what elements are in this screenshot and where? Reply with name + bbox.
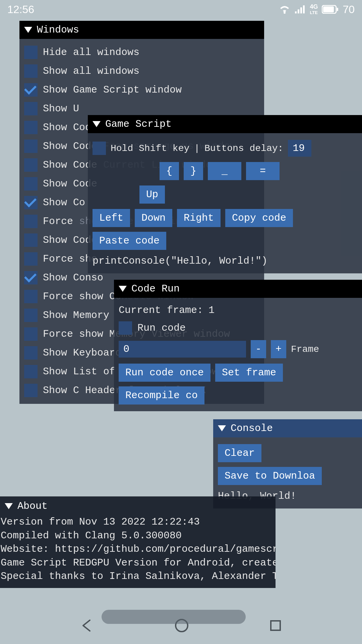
checkbox[interactable]	[24, 177, 38, 191]
collapse-icon[interactable]	[93, 121, 101, 127]
code-line[interactable]: printConsole("Hello, World!")	[93, 255, 267, 267]
game-script-title-label: Game Script	[105, 118, 172, 130]
checkbox[interactable]	[24, 196, 38, 209]
collapse-icon[interactable]	[119, 286, 127, 292]
game-script-panel: Game Script Hold Shift key | Buttons del…	[88, 115, 362, 273]
right-button[interactable]: Right	[177, 209, 221, 227]
battery-percent: 70	[343, 3, 355, 16]
down-button[interactable]: Down	[135, 209, 172, 227]
about-line: Website: https://github.com/procedural/g…	[1, 542, 275, 556]
status-bar: 12:56 4GLTE 70	[0, 0, 362, 19]
checkbox[interactable]	[24, 252, 38, 266]
svg-rect-4	[303, 5, 305, 13]
set-frame-button[interactable]: Set frame	[215, 364, 283, 382]
svg-rect-6	[323, 6, 334, 12]
current-frame-value: 1	[208, 305, 215, 316]
console-title[interactable]: Console	[213, 419, 362, 437]
network-type: 4GLTE	[310, 4, 318, 15]
up-button[interactable]: Up	[139, 185, 165, 204]
run-code-label: Run code	[137, 322, 186, 334]
svg-rect-9	[271, 621, 280, 630]
left-button[interactable]: Left	[93, 209, 130, 227]
status-icons: 4GLTE 70	[279, 3, 355, 16]
windows-title-label: Windows	[37, 24, 79, 36]
code-run-title-label: Code Run	[131, 283, 180, 294]
about-line: Special thanks to Irina Salnikova, Alexa…	[1, 570, 275, 583]
checkbox[interactable]	[24, 290, 38, 303]
svg-point-0	[284, 12, 286, 14]
windows-item-label: Show all windows	[43, 65, 139, 77]
separator: |	[194, 143, 200, 154]
android-nav-bar	[0, 607, 362, 644]
checkbox[interactable]	[24, 83, 38, 97]
checkbox[interactable]	[24, 384, 38, 397]
brace-close-button[interactable]: }	[184, 162, 203, 180]
checkbox[interactable]	[24, 102, 38, 115]
checkbox[interactable]	[24, 64, 38, 78]
checkbox[interactable]	[24, 140, 38, 153]
current-frame-label: Current frame:	[119, 305, 203, 316]
svg-rect-2	[298, 9, 299, 13]
frame-input[interactable]: 0	[119, 341, 246, 358]
windows-item-label: Show Game Script window	[43, 84, 182, 96]
svg-rect-7	[337, 8, 338, 11]
checkbox[interactable]	[24, 121, 38, 134]
battery-icon	[322, 5, 339, 14]
recompile-button[interactable]: Recompile co	[119, 386, 204, 405]
about-line: Game Script REDGPU Version for Android, …	[1, 556, 275, 570]
about-title[interactable]: About	[0, 496, 276, 514]
back-icon[interactable]	[80, 618, 95, 633]
underscore-button[interactable]: _	[208, 162, 241, 180]
windows-panel-title[interactable]: Windows	[19, 21, 264, 39]
collapse-icon[interactable]	[24, 27, 32, 33]
recent-icon[interactable]	[269, 619, 282, 632]
run-code-once-button[interactable]: Run code once	[119, 364, 210, 382]
buttons-delay-input[interactable]: 19	[288, 140, 311, 157]
buttons-delay-label: Buttons delay:	[204, 143, 283, 154]
about-line: Compiled with Clang 5.0.300080	[1, 529, 275, 543]
brace-open-button[interactable]: {	[160, 162, 179, 180]
checkbox[interactable]	[24, 365, 38, 378]
about-panel: About Version from Nov 13 2022 12:22:43C…	[0, 496, 276, 588]
windows-item[interactable]: Show Game Script window	[24, 80, 259, 99]
about-line: Version from Nov 13 2022 12:22:43	[1, 515, 275, 529]
frame-label: Frame	[291, 344, 319, 355]
frame-plus-button[interactable]: +	[271, 340, 286, 358]
checkbox[interactable]	[24, 233, 38, 247]
windows-item-label: Hide all windows	[43, 47, 139, 58]
run-code-checkbox[interactable]	[119, 321, 132, 335]
windows-item[interactable]: Show all windows	[24, 62, 259, 80]
hold-shift-label: Hold Shift key	[111, 143, 189, 154]
checkbox[interactable]	[24, 158, 38, 172]
collapse-icon[interactable]	[5, 503, 13, 509]
wifi-icon	[279, 5, 290, 14]
status-time: 12:56	[7, 3, 34, 16]
console-panel: Console Clear Save to Downloa Hello, Wor…	[213, 419, 362, 508]
checkbox[interactable]	[24, 346, 38, 360]
windows-item-label: Show U	[43, 103, 79, 114]
clear-button[interactable]: Clear	[218, 444, 261, 462]
code-run-panel: Code Run Current frame: 1 Run code 0 - +…	[114, 280, 362, 411]
equals-button[interactable]: =	[246, 162, 280, 180]
game-script-title[interactable]: Game Script	[88, 115, 362, 133]
about-title-label: About	[17, 500, 48, 512]
checkbox[interactable]	[24, 327, 38, 341]
svg-rect-1	[295, 11, 297, 13]
nav-pill	[102, 610, 246, 624]
collapse-icon[interactable]	[218, 425, 226, 431]
save-button[interactable]: Save to Downloa	[218, 467, 322, 485]
svg-rect-3	[300, 7, 302, 13]
checkbox[interactable]	[24, 309, 38, 322]
windows-item[interactable]: Hide all windows	[24, 43, 259, 62]
windows-item-label: Show Conso	[43, 272, 103, 283]
checkbox[interactable]	[24, 215, 38, 228]
code-run-title[interactable]: Code Run	[114, 280, 362, 298]
checkbox[interactable]	[24, 271, 38, 284]
paste-code-button[interactable]: Paste code	[93, 232, 166, 250]
frame-minus-button[interactable]: -	[251, 340, 266, 358]
hold-shift-checkbox[interactable]	[93, 142, 106, 155]
checkbox[interactable]	[24, 46, 38, 59]
copy-code-button[interactable]: Copy code	[225, 209, 293, 227]
console-title-label: Console	[231, 423, 273, 434]
signal-icon	[294, 5, 306, 14]
